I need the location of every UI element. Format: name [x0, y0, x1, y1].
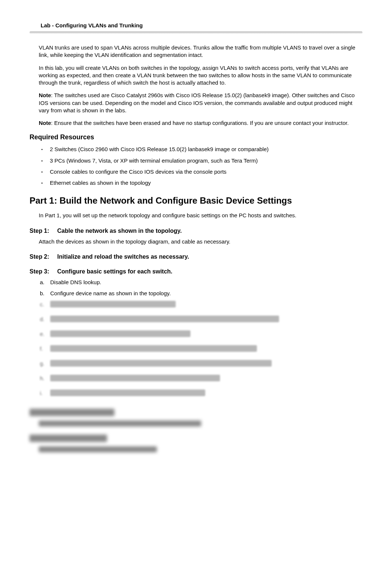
required-resources-list: 2 Switches (Cisco 2960 with Cisco IOS Re… — [41, 146, 362, 187]
header-divider — [30, 31, 362, 34]
step-1-title: Cable the network as shown in the topolo… — [57, 228, 182, 234]
step-3-list: a.Disable DNS lookup. b.Configure device… — [40, 279, 362, 401]
part-1-heading: Part 1: Build the Network and Configure … — [30, 195, 362, 206]
step-2-label: Step 2: — [30, 254, 57, 260]
intro-paragraph-2: In this lab, you will create VLANs on bo… — [39, 64, 362, 87]
resource-item-3: Console cables to configure the Cisco IO… — [41, 168, 362, 176]
step-1-label: Step 1: — [30, 228, 57, 234]
blurred-item-d: d. — [40, 316, 362, 327]
note-label-1: Note — [39, 92, 51, 98]
step-3-item-a-text: Disable DNS lookup. — [50, 279, 101, 285]
part-1-intro: In Part 1, you will set up the network t… — [39, 212, 362, 219]
blurred-item-c: c. — [40, 301, 362, 312]
step-3-heading: Step 3:Configure basic settings for each… — [30, 268, 362, 275]
blurred-item-i: i. — [40, 389, 362, 401]
step-2-heading: Step 2:Initialize and reload the switche… — [30, 254, 362, 260]
resource-item-1: 2 Switches (Cisco 2960 with Cisco IOS Re… — [41, 146, 362, 153]
note-text-1: : The switches used are Cisco Catalyst 2… — [39, 92, 355, 113]
intro-paragraph-1: VLAN trunks are used to span VLANs acros… — [39, 44, 362, 59]
step-1-heading: Step 1:Cable the network as shown in the… — [30, 228, 362, 234]
blurred-item-h: h. — [40, 375, 362, 386]
step-3-item-b: b.Configure device name as shown in the … — [40, 290, 362, 297]
required-resources-heading: Required Resources — [30, 133, 362, 141]
lab-header-title: Lab - Configuring VLANs and Trunking — [41, 22, 362, 28]
note-1: Note: The switches used are Cisco Cataly… — [39, 92, 362, 114]
note-2: Note: Ensure that the switches have been… — [39, 119, 362, 127]
step-3-item-a: a.Disable DNS lookup. — [40, 279, 362, 286]
resource-item-2: 3 PCs (Windows 7, Vista, or XP with term… — [41, 157, 362, 164]
note-text-2: : Ensure that the switches have been era… — [51, 120, 348, 126]
blurred-item-f: f. — [40, 345, 362, 356]
step-2-title: Initialize and reload the switches as ne… — [57, 254, 189, 260]
blurred-step-5 — [30, 435, 362, 452]
blurred-item-g: g. — [40, 360, 362, 371]
blurred-step-4 — [30, 409, 362, 426]
blurred-item-e: e. — [40, 330, 362, 341]
step-3-title: Configure basic settings for each switch… — [57, 268, 172, 275]
note-label-2: Note — [39, 120, 51, 126]
step-3-label: Step 3: — [30, 268, 57, 275]
resource-item-4: Ethernet cables as shown in the topology — [41, 179, 362, 187]
step-3-item-b-text: Configure device name as shown in the to… — [50, 290, 171, 296]
step-1-text: Attach the devices as shown in the topol… — [39, 238, 362, 245]
